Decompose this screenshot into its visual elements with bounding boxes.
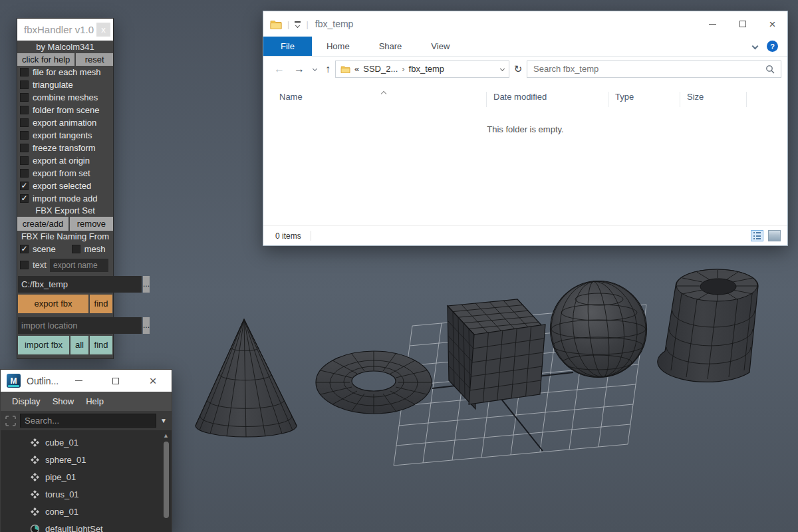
minimize-icon [709, 24, 716, 25]
explorer-titlebar[interactable]: | | fbx_temp × [263, 11, 787, 37]
breadcrumb-current[interactable]: fbx_temp [409, 64, 444, 74]
import-browse-button[interactable]: ... [143, 317, 150, 334]
checkbox-export-animation[interactable] [20, 118, 29, 127]
help-icon[interactable]: ? [767, 41, 778, 52]
explorer-window-title: fbx_temp [315, 19, 354, 29]
viewport-object-cube[interactable] [448, 299, 545, 409]
checkbox-label: file for each mesh [33, 67, 101, 77]
checkbox-export-at-origin[interactable] [20, 156, 29, 165]
menu-display[interactable]: Display [6, 396, 47, 406]
checkbox-export-selected[interactable] [20, 182, 29, 190]
viewport-object-torus[interactable] [316, 351, 432, 414]
remove-button[interactable]: remove [70, 217, 113, 231]
maximize-icon [112, 378, 119, 384]
list-item-torus[interactable]: torus_01 [1, 485, 172, 503]
option-row: combine meshes [17, 91, 113, 104]
list-item-pipe[interactable]: pipe_01 [1, 468, 172, 485]
import-fbx-button[interactable]: import fbx [18, 336, 69, 354]
checkbox-combine-meshes[interactable] [20, 93, 29, 102]
scrollbar[interactable]: ▲ [162, 432, 170, 532]
scrollbar-thumb[interactable] [164, 442, 169, 518]
export-find-button[interactable]: find [90, 295, 112, 313]
checkbox-folder-from-scene[interactable] [20, 106, 29, 114]
export-fbx-button[interactable]: export fbx [18, 295, 88, 313]
checkbox-freeze-transform[interactable] [20, 144, 29, 152]
export-browse-button[interactable]: ... [143, 276, 150, 293]
back-icon[interactable]: ← [274, 63, 285, 75]
maximize-button[interactable] [728, 11, 757, 37]
up-icon[interactable]: ↑ [325, 63, 331, 75]
fbxhandler-title: fbxHandler v1.0 [17, 24, 96, 35]
selection-filter-icon[interactable] [5, 416, 16, 426]
checkbox-export-tangents[interactable] [20, 131, 29, 140]
checkbox-file-for-each-mesh[interactable] [20, 68, 29, 76]
viewport-object-sphere[interactable] [547, 277, 650, 382]
forward-icon[interactable]: → [294, 63, 305, 75]
fbxhandler-titlebar[interactable]: fbxHandler v1.0 x [17, 19, 113, 41]
tab-home[interactable]: Home [312, 37, 364, 56]
details-view-button[interactable] [751, 230, 763, 241]
close-icon[interactable]: x [96, 23, 110, 37]
help-button[interactable]: click for help [17, 53, 74, 66]
address-bar[interactable]: « SSD_2... › fbx_temp [335, 61, 509, 78]
checkbox-import-mode-add[interactable] [20, 194, 29, 203]
recent-locations-icon[interactable] [313, 66, 317, 71]
import-location-input[interactable] [18, 317, 142, 334]
export-path-input[interactable] [18, 276, 142, 293]
tab-share[interactable]: Share [364, 37, 417, 56]
checkbox-scene[interactable] [20, 245, 29, 253]
file-list-area[interactable]: This folder is empty. [263, 107, 787, 225]
maximize-button[interactable] [97, 370, 134, 392]
viewport-object-cone[interactable] [196, 319, 297, 437]
menu-show[interactable]: Show [47, 396, 80, 406]
search-dropdown-icon[interactable]: ▼ [160, 417, 167, 424]
import-find-button[interactable]: find [90, 336, 112, 354]
thumbnail-view-button[interactable] [768, 230, 781, 241]
checkbox-text[interactable] [20, 261, 29, 269]
tab-view[interactable]: View [416, 37, 464, 56]
search-box[interactable] [527, 61, 781, 78]
column-headers: Name Date modified Type Size [263, 84, 787, 107]
list-item-default-light-set[interactable]: defaultLightSet [1, 520, 172, 532]
option-row: folder from scene [17, 104, 113, 116]
outliner-titlebar[interactable]: M Outlin... × [1, 370, 172, 392]
quick-access-toolbar-icon[interactable] [295, 21, 301, 27]
checkbox-export-from-set[interactable] [20, 169, 29, 178]
menu-help[interactable]: Help [80, 396, 110, 406]
checkbox-mesh[interactable] [72, 245, 80, 253]
close-button[interactable]: × [134, 370, 172, 392]
tab-file[interactable]: File [263, 37, 312, 56]
column-header-size[interactable]: Size [680, 92, 747, 107]
list-item-cube[interactable]: cube_01 [1, 434, 172, 451]
divider [311, 231, 311, 241]
outliner-search-input[interactable] [20, 414, 156, 428]
list-item-sphere[interactable]: sphere_01 [1, 451, 172, 468]
breadcrumb-prefix[interactable]: « [354, 64, 359, 74]
checkbox-label: triangulate [33, 80, 73, 90]
byline-label: by Malcolm341 [17, 41, 113, 53]
import-all-button[interactable]: all [70, 336, 88, 354]
address-dropdown-icon[interactable] [500, 66, 505, 71]
item-count: 0 items [275, 231, 301, 241]
window-outliner: M Outlin... × Display Show Help ▼ cube_0… [0, 369, 172, 532]
scroll-up-icon[interactable]: ▲ [163, 432, 169, 440]
list-item-cone[interactable]: cone_01 [1, 503, 172, 520]
column-header-type[interactable]: Type [608, 92, 680, 107]
minimize-button[interactable] [698, 11, 728, 37]
export-name-input[interactable] [50, 259, 108, 272]
expand-ribbon-icon[interactable] [752, 43, 759, 50]
breadcrumb-drive[interactable]: SSD_2... [363, 64, 398, 74]
column-header-name[interactable]: Name [277, 92, 487, 107]
checkbox-triangulate[interactable] [20, 80, 29, 89]
refresh-icon[interactable]: ↻ [509, 63, 527, 75]
minimize-button[interactable] [60, 370, 97, 392]
search-input[interactable] [533, 64, 765, 74]
create-add-button[interactable]: create/add [17, 217, 68, 231]
column-header-date-modified[interactable]: Date modified [487, 92, 608, 107]
close-button[interactable]: × [757, 11, 787, 37]
transform-node-icon [30, 455, 40, 465]
viewport-object-pipe[interactable] [658, 269, 758, 382]
checkbox-label: export animation [33, 118, 96, 128]
reset-button[interactable]: reset [76, 53, 113, 66]
outliner-list[interactable]: cube_01 sphere_01 pipe_01 torus_01 cone_… [1, 430, 172, 532]
